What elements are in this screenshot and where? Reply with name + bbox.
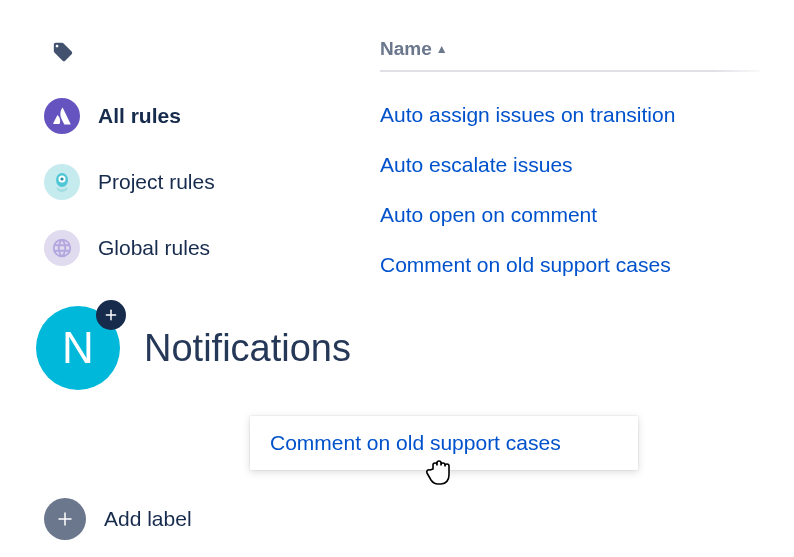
dragging-rule-text: Comment on old support cases (270, 431, 561, 455)
column-header-label: Name (380, 38, 432, 60)
sidebar-item-label: All rules (98, 104, 181, 128)
rule-row[interactable]: Auto escalate issues (380, 140, 794, 190)
add-label-button[interactable]: Add label (44, 498, 192, 540)
sidebar: All rules Project rules Global rules N (40, 38, 360, 390)
notifications-title: Notifications (144, 327, 351, 370)
project-icon (44, 164, 80, 200)
sort-asc-icon: ▲ (436, 42, 448, 56)
sidebar-item-label: Project rules (98, 170, 215, 194)
plus-icon (44, 498, 86, 540)
rule-row[interactable]: Auto open on comment (380, 190, 794, 240)
column-header-name[interactable]: Name ▲ (380, 38, 760, 72)
rule-link: Auto escalate issues (380, 153, 573, 176)
notifications-avatar: N (36, 306, 120, 390)
svg-point-2 (60, 177, 63, 180)
sidebar-item-project-rules[interactable]: Project rules (40, 156, 360, 208)
notifications-label-group[interactable]: N Notifications (36, 306, 360, 390)
sidebar-item-global-rules[interactable]: Global rules (40, 222, 360, 274)
rule-link: Auto open on comment (380, 203, 597, 226)
globe-icon (44, 230, 80, 266)
notifications-initial: N (62, 323, 94, 373)
dragging-rule-card[interactable]: Comment on old support cases (250, 416, 638, 470)
add-label-text: Add label (104, 507, 192, 531)
rule-link: Auto assign issues on transition (380, 103, 675, 126)
rules-table: Name ▲ Auto assign issues on transition … (380, 38, 794, 290)
rule-link: Comment on old support cases (380, 253, 671, 276)
rule-row[interactable]: Auto assign issues on transition (380, 90, 794, 140)
rule-row[interactable]: Comment on old support cases (380, 240, 794, 290)
tag-icon-row (40, 38, 360, 70)
tag-icon (52, 41, 74, 67)
plus-badge-icon (96, 300, 126, 330)
atlassian-icon (44, 98, 80, 134)
sidebar-item-label: Global rules (98, 236, 210, 260)
rule-list: Auto assign issues on transition Auto es… (380, 90, 794, 290)
sidebar-item-all-rules[interactable]: All rules (40, 90, 360, 142)
